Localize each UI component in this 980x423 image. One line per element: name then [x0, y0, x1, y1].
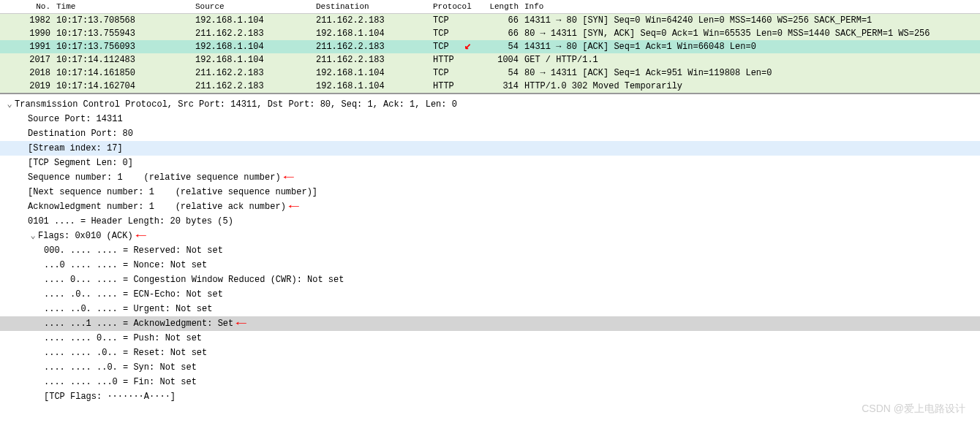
detail-text: .... .... 0... = Push: Not set	[44, 333, 202, 343]
header-destination[interactable]: Destination	[313, 1, 430, 12]
packet-dest: 211.162.2.183	[313, 15, 430, 26]
detail-line[interactable]: .... .... .0.. = Reset: Not set	[0, 346, 980, 360]
arrow-icon: ←	[288, 199, 298, 214]
packet-dest: 192.168.1.104	[313, 80, 430, 92]
packet-time: 10:17:14.112483	[53, 54, 192, 66]
detail-text: .... .... ...0 = Fin: Not set	[44, 377, 197, 387]
packet-info: 80 → 14311 [ACK] Seq=1 Ack=951 Win=11980…	[521, 67, 980, 79]
packet-dest: 211.162.2.183	[313, 41, 430, 53]
packet-time: 10:17:13.756093	[53, 41, 192, 53]
packet-protocol: HTTP	[430, 54, 485, 66]
packet-row[interactable]: 201810:17:14.161850211.162.2.183192.168.…	[0, 66, 980, 80]
detail-line[interactable]: [Next sequence number: 1 (relative seque…	[0, 185, 980, 199]
header-protocol[interactable]: Protocol	[430, 1, 485, 12]
detail-text: .... ..0. .... = Urgent: Not set	[44, 304, 212, 314]
packet-length: 54	[485, 67, 521, 79]
detail-text: Destination Port: 80	[28, 129, 133, 139]
detail-line[interactable]: .... .... 0... = Push: Not set	[0, 331, 980, 346]
detail-line[interactable]: Destination Port: 80	[0, 126, 980, 141]
packet-length: 66	[485, 15, 521, 26]
detail-text: [Next sequence number: 1 (relative seque…	[28, 187, 317, 197]
packet-list: No. Time Source Destination Protocol Len…	[0, 0, 980, 94]
packet-time: 10:17:13.708568	[53, 15, 192, 26]
packet-row[interactable]: 199110:17:13.756093192.168.1.104211.162.…	[0, 40, 980, 53]
detail-text: [TCP Flags: ·······A····]	[44, 392, 176, 402]
packet-no: 1991	[13, 41, 53, 53]
detail-text: ...0 .... .... = Nonce: Not set	[44, 260, 207, 270]
packet-length: 314	[485, 80, 521, 92]
detail-text: 000. .... .... = Reserved: Not set	[44, 245, 223, 256]
chevron-down-icon[interactable]: ⌄	[28, 229, 38, 243]
packet-row[interactable]: 198210:17:13.708568192.168.1.104211.162.…	[0, 14, 980, 27]
arrow-icon: ←	[135, 229, 146, 243]
packet-protocol: TCP	[430, 28, 485, 39]
packet-detail-pane[interactable]: ⌄Transmission Control Protocol, Src Port…	[0, 94, 980, 407]
detail-line[interactable]: .... .... ..0. = Syn: Not set	[0, 360, 980, 375]
detail-line[interactable]: 000. .... .... = Reserved: Not set	[0, 243, 980, 258]
packet-time: 10:17:13.755943	[53, 28, 192, 39]
detail-line[interactable]: .... .0.. .... = ECN-Echo: Not set	[0, 287, 980, 302]
detail-text: Sequence number: 1 (relative sequence nu…	[28, 172, 281, 183]
watermark: CSDN @爱上电路设计	[862, 403, 965, 416]
detail-line[interactable]: ...0 .... .... = Nonce: Not set	[0, 258, 980, 273]
detail-text: .... .0.. .... = ECN-Echo: Not set	[44, 289, 223, 300]
packet-protocol: TCP	[430, 41, 485, 53]
packet-length: 66	[485, 28, 521, 39]
detail-line[interactable]: ⌄Flags: 0x010 (ACK)←	[0, 229, 980, 243]
packet-no: 2018	[13, 67, 53, 79]
packet-info: 14311 → 80 [SYN] Seq=0 Win=64240 Len=0 M…	[521, 15, 980, 26]
detail-text: .... .... ..0. = Syn: Not set	[44, 362, 197, 373]
header-length[interactable]: Length	[485, 1, 521, 12]
packet-info: GET / HTTP/1.1	[521, 54, 980, 66]
arrow-icon: ↙	[464, 38, 472, 53]
detail-line[interactable]: [Stream index: 17]	[0, 141, 980, 156]
packet-source: 211.162.2.183	[192, 80, 313, 92]
arrow-icon: ←	[283, 170, 293, 185]
header-no[interactable]: No.	[13, 1, 53, 12]
header-info[interactable]: Info	[521, 1, 980, 12]
packet-no: 2017	[13, 54, 53, 66]
packet-length: 54	[485, 41, 521, 53]
packet-row[interactable]: 199010:17:13.755943211.162.2.183192.168.…	[0, 27, 980, 40]
packet-info: 14311 → 80 [ACK] Seq=1 Ack=1 Win=66048 L…	[521, 41, 980, 53]
packet-protocol: TCP	[430, 67, 485, 79]
detail-line[interactable]: .... ..0. .... = Urgent: Not set	[0, 302, 980, 316]
packet-info: HTTP/1.0 302 Moved Temporarily	[521, 80, 980, 92]
chevron-down-icon[interactable]: ⌄	[4, 97, 15, 112]
packet-source: 211.162.2.183	[192, 67, 313, 79]
packet-no: 1982	[13, 15, 53, 26]
packet-no: 2019	[13, 80, 53, 92]
detail-line[interactable]: [TCP Segment Len: 0]	[0, 156, 980, 170]
detail-line[interactable]: ⌄Transmission Control Protocol, Src Port…	[0, 97, 980, 112]
packet-time: 10:17:14.161850	[53, 67, 192, 79]
packet-no: 1990	[13, 28, 53, 39]
packet-time: 10:17:14.162704	[53, 80, 192, 92]
detail-line[interactable]: Source Port: 14311	[0, 112, 980, 126]
detail-line[interactable]: .... .... ...0 = Fin: Not set	[0, 375, 980, 389]
detail-text: .... ...1 .... = Acknowledgment: Set	[44, 319, 233, 329]
detail-line[interactable]: Acknowledgment number: 1 (relative ack n…	[0, 199, 980, 214]
detail-line[interactable]: [TCP Flags: ·······A····]	[0, 389, 980, 404]
packet-dest: 211.162.2.183	[313, 54, 430, 66]
detail-line[interactable]: Sequence number: 1 (relative sequence nu…	[0, 170, 980, 185]
header-source[interactable]: Source	[192, 1, 313, 12]
packet-dest: 192.168.1.104	[313, 67, 430, 79]
header-time[interactable]: Time	[53, 1, 192, 12]
packet-length: 1004	[485, 54, 521, 66]
packet-dest: 192.168.1.104	[313, 28, 430, 39]
packet-protocol: TCP	[430, 15, 485, 26]
arrow-icon: ←	[236, 316, 246, 331]
detail-text: Acknowledgment number: 1 (relative ack n…	[28, 202, 286, 212]
packet-row[interactable]: 201910:17:14.162704211.162.2.183192.168.…	[0, 80, 980, 93]
packet-source: 211.162.2.183	[192, 28, 313, 39]
detail-line[interactable]: .... 0... .... = Congestion Window Reduc…	[0, 273, 980, 287]
detail-text: .... 0... .... = Congestion Window Reduc…	[44, 275, 344, 285]
detail-line[interactable]: 0101 .... = Header Length: 20 bytes (5)	[0, 214, 980, 229]
packet-source: 192.168.1.104	[192, 54, 313, 66]
packet-row[interactable]: 201710:17:14.112483192.168.1.104211.162.…	[0, 53, 980, 66]
packet-source: 192.168.1.104	[192, 15, 313, 26]
packet-header-row: No. Time Source Destination Protocol Len…	[0, 0, 980, 14]
detail-text: 0101 .... = Header Length: 20 bytes (5)	[28, 216, 233, 226]
detail-line[interactable]: .... ...1 .... = Acknowledgment: Set←	[0, 316, 980, 331]
packet-protocol: HTTP	[430, 80, 485, 92]
